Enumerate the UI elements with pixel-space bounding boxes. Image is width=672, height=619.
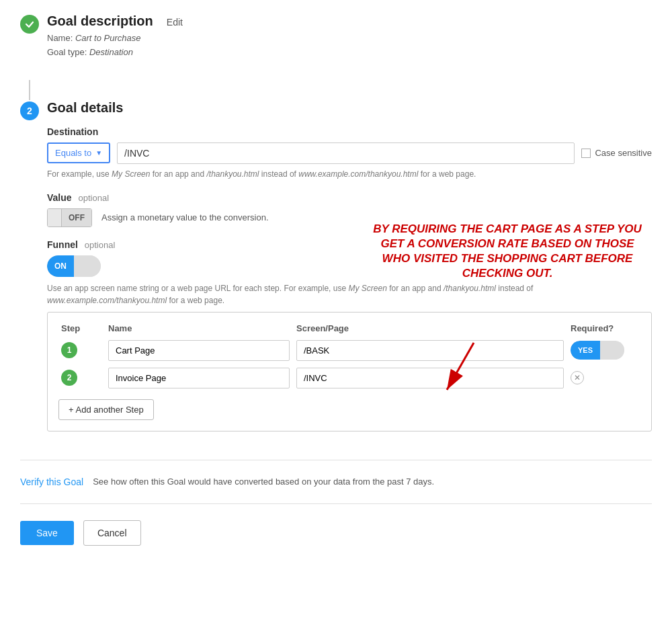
destination-group: Destination Equals to ▼ Case sensitive F… [47, 126, 652, 180]
type-value: Destination [89, 47, 133, 57]
type-label: Goal type: [47, 47, 87, 57]
value-toggle[interactable]: OFF [47, 208, 92, 227]
destination-input[interactable] [117, 142, 575, 164]
step-required-cell-1: YES [571, 341, 638, 360]
funnel-label: Funnel optional [47, 239, 652, 250]
dropdown-arrow-icon: ▼ [95, 149, 102, 157]
table-row: 1 YES [58, 340, 640, 361]
value-label: Value optional [47, 192, 652, 203]
step-badge-2: 2 [61, 370, 77, 386]
action-row: Save Cancel [20, 520, 652, 546]
goal-description-meta: Name: Cart to Purchase Goal type: Destin… [47, 32, 183, 60]
steps-header: Step Name Screen/Page Required? [58, 323, 640, 333]
save-button[interactable]: Save [20, 521, 74, 545]
divider-2 [20, 503, 652, 504]
funnel-hint: Use an app screen name string or a web p… [47, 282, 652, 306]
remove-step-icon[interactable]: ✕ [571, 371, 584, 384]
goal-details-title: Goal details [47, 100, 652, 116]
case-sensitive-label: Case sensitive [595, 148, 652, 158]
value-toggle-row: OFF Assign a monetary value to the conve… [47, 208, 652, 227]
col-screen-header: Screen/Page [296, 323, 564, 333]
name-label: Name: [47, 33, 73, 43]
col-required-header: Required? [571, 323, 638, 333]
case-sensitive-row: Case sensitive [581, 148, 652, 158]
step-badge-1: 1 [61, 342, 77, 358]
funnel-toggle[interactable]: ON [47, 255, 101, 277]
goal-description-section: Goal description Edit Name: Cart to Purc… [20, 13, 652, 67]
name-value: Cart to Purchase [75, 33, 141, 43]
step-cell-2: 2 [61, 370, 101, 386]
destination-hint: For example, use My Screen for an app an… [47, 168, 652, 180]
destination-row: Equals to ▼ Case sensitive [47, 142, 652, 164]
verify-description: See how often this Goal would have conve… [93, 477, 434, 487]
destination-label: Destination [47, 126, 652, 137]
col-step-header: Step [61, 323, 101, 333]
step-screen-input-2[interactable] [296, 368, 564, 388]
goal-details-section: 2 Goal details Destination Equals to ▼ C… [20, 100, 652, 444]
equals-to-button[interactable]: Equals to ▼ [47, 142, 110, 163]
verify-link[interactable]: Verify this Goal [20, 477, 83, 487]
divider [20, 460, 652, 460]
case-sensitive-checkbox[interactable] [581, 149, 591, 158]
cancel-button[interactable]: Cancel [83, 520, 141, 546]
step-number-icon: 2 [20, 101, 39, 120]
verify-row: Verify this Goal See how often this Goal… [20, 477, 652, 487]
steps-table: Step Name Screen/Page Required? 1 [47, 312, 652, 431]
goal-details-content: Goal details Destination Equals to ▼ Cas… [47, 100, 652, 444]
step-check-icon [20, 15, 39, 34]
add-step-button[interactable]: + Add another Step [58, 399, 154, 420]
step-cell-1: 1 [61, 342, 101, 358]
col-name-header: Name [108, 323, 290, 333]
funnel-toggle-row: ON [47, 255, 652, 277]
value-description: Assign a monetary value to the conversio… [101, 212, 269, 222]
funnel-group: Funnel optional ON Use an app screen nam… [47, 239, 652, 431]
step-screen-input-1[interactable] [296, 340, 564, 361]
table-row: 2 ✕ [58, 368, 640, 388]
goal-description-content: Goal description Edit Name: Cart to Purc… [47, 13, 183, 60]
connector-line [29, 80, 30, 100]
step-name-input-2[interactable] [108, 368, 290, 388]
required-toggle-1[interactable]: YES [571, 341, 624, 360]
edit-link[interactable]: Edit [167, 17, 183, 28]
value-group: Value optional OFF Assign a monetary val… [47, 192, 652, 227]
goal-description-title: Goal description [47, 13, 153, 29]
step-name-input-1[interactable] [108, 340, 290, 361]
step-required-cell-2: ✕ [571, 371, 638, 384]
